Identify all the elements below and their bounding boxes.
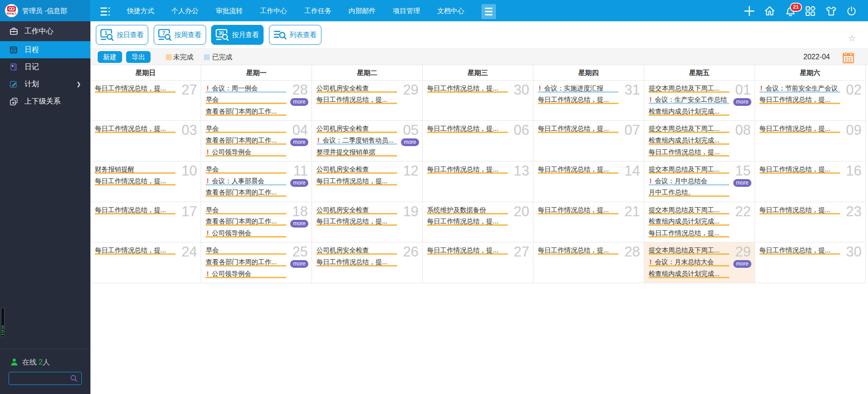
svg-text:1: 1 <box>104 30 108 36</box>
svg-text:华天动力: 华天动力 <box>6 12 17 15</box>
svg-text:7: 7 <box>162 30 165 36</box>
svg-text:30: 30 <box>219 31 224 36</box>
